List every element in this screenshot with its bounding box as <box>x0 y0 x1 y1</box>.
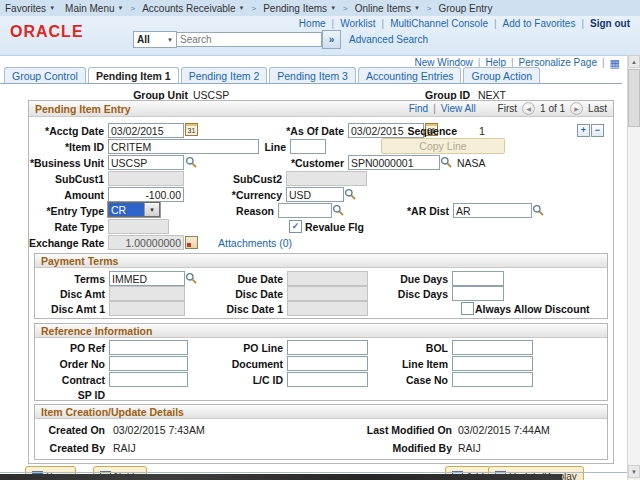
rate-type-label: Rate Type <box>29 221 104 233</box>
line-item-field[interactable] <box>452 356 533 371</box>
form-row: SP ID <box>35 386 607 402</box>
reference-information-header: Reference Information <box>35 324 607 338</box>
disc-date-1-field <box>287 301 368 316</box>
payment-terms-header: Payment Terms <box>35 254 607 268</box>
lookup-icon[interactable] <box>185 156 197 168</box>
scrollbar-thumb[interactable] <box>628 69 640 127</box>
always-allow-discount-label: Always Allow Discount <box>475 303 595 315</box>
due-days-label: Due Days <box>355 273 448 285</box>
form-row: SubCust1 SubCust2 <box>29 170 613 186</box>
lookup-icon[interactable] <box>440 156 452 168</box>
divider <box>0 472 627 473</box>
attachments-link[interactable]: Attachments (0) <box>218 237 292 249</box>
http-window-icon[interactable]: ▦ <box>610 58 620 68</box>
acctg-date-field[interactable] <box>108 123 184 138</box>
find-link[interactable]: Find <box>409 103 428 114</box>
form-row: PO Ref PO Line BOL <box>35 339 607 355</box>
customer-name: NASA <box>457 157 486 169</box>
bol-label: BOL <box>355 342 448 354</box>
tab-group-action[interactable]: Group Action <box>463 67 540 83</box>
breadcrumb-item-accounts-receivable[interactable]: Accounts Receivable▼ <box>137 3 249 14</box>
currency-field[interactable] <box>286 187 344 202</box>
exchange-rate-detail-icon[interactable] <box>185 236 198 249</box>
form-row: Terms Due Date Due Days <box>35 270 607 286</box>
customer-field[interactable] <box>348 155 440 170</box>
form-row: *Entry Type CR ▼ Reason *AR Dist <box>29 202 613 218</box>
case-no-field[interactable] <box>452 372 533 387</box>
chevron-down-icon: ▼ <box>49 5 55 11</box>
window-edge-strip <box>0 474 562 480</box>
as-of-date-label: *As Of Date <box>229 125 344 137</box>
disc-amt-1-field <box>109 301 185 316</box>
bol-field[interactable] <box>452 340 533 355</box>
reason-field[interactable] <box>278 203 332 218</box>
always-allow-discount-checkbox[interactable] <box>461 302 474 315</box>
po-ref-label: PO Ref <box>35 342 105 354</box>
breadcrumb-item-pending-items[interactable]: Pending Items▼ <box>258 3 341 14</box>
contract-field[interactable] <box>109 372 188 387</box>
terms-field[interactable] <box>109 271 185 286</box>
business-unit-field[interactable] <box>108 155 184 170</box>
line-field[interactable] <box>290 139 326 154</box>
reason-label: Reason <box>185 205 274 217</box>
created-on-label: Created On <box>35 424 105 436</box>
po-ref-field[interactable] <box>109 340 188 355</box>
breadcrumb-label: Group Entry <box>439 3 493 14</box>
scroll-up-icon[interactable]: ▲ <box>628 55 640 68</box>
tab-accounting-entries[interactable]: Accounting Entries <box>358 67 462 83</box>
disc-date-label: Disc Date <box>185 288 283 300</box>
breadcrumb-item-main-menu[interactable]: Main Menu▼ <box>60 3 128 14</box>
amount-field[interactable] <box>108 187 184 202</box>
item-creation-box: Item Creation/Update Details Created On … <box>34 404 608 460</box>
breadcrumb-item-group-entry: Group Entry <box>434 3 498 14</box>
disc-days-field[interactable] <box>452 286 504 301</box>
entry-type-select[interactable]: CR ▼ <box>108 202 160 217</box>
breadcrumb-item-online-items[interactable]: Online Items▼ <box>350 3 425 14</box>
form-row: Amount *Currency <box>29 186 613 202</box>
last-modified-on-value: 03/02/2015 7:44AM <box>458 424 550 436</box>
customer-label: *Customer <box>229 157 344 169</box>
pending-item-entry-header: Pending Item Entry Find | View All First… <box>29 101 613 117</box>
entry-type-label: *Entry Type <box>29 205 104 217</box>
breadcrumb-item-favorites[interactable]: Favorites▼ <box>0 3 60 14</box>
chevron-down-icon: ▼ <box>239 5 245 11</box>
home-link[interactable]: Home <box>299 18 326 29</box>
multichannel-console-link[interactable]: MultiChannel Console <box>390 18 488 29</box>
divider: | <box>332 18 335 29</box>
search-scope-value: All <box>137 34 150 45</box>
order-no-field[interactable] <box>109 356 188 371</box>
ar-dist-field[interactable] <box>453 203 532 218</box>
item-id-field[interactable] <box>108 139 259 154</box>
chevron-down-icon: ▼ <box>414 5 420 11</box>
acctg-date-label: *Acctg Date <box>29 125 104 137</box>
revalue-flg-checkbox[interactable]: ✓ <box>289 220 302 233</box>
advanced-search-link[interactable]: Advanced Search <box>349 34 428 45</box>
worklist-link[interactable]: Worklist <box>340 18 375 29</box>
exchange-rate-field <box>108 235 184 250</box>
vertical-scrollbar[interactable]: ▲ ▼ <box>627 55 640 480</box>
lookup-icon[interactable] <box>344 188 356 200</box>
lookup-icon[interactable] <box>332 204 344 216</box>
tab-group-control[interactable]: Group Control <box>4 67 86 83</box>
add-row-icon[interactable]: + <box>577 124 590 137</box>
tab-pending-item-3[interactable]: Pending Item 3 <box>269 67 356 83</box>
tab-pending-item-1[interactable]: Pending Item 1 <box>88 67 179 83</box>
delete-row-icon[interactable]: − <box>591 124 604 137</box>
scroll-down-icon[interactable]: ▼ <box>628 465 640 478</box>
line-item-label: Line Item <box>355 358 448 370</box>
search-input[interactable] <box>177 32 322 47</box>
created-on-value: 03/02/2015 7:43AM <box>113 424 205 436</box>
business-unit-label: *Business Unit <box>29 157 104 169</box>
chevron-down-icon: ▼ <box>167 37 173 43</box>
lookup-icon[interactable] <box>532 204 544 216</box>
search-go-icon[interactable]: » <box>322 30 341 49</box>
add-to-favorites-link[interactable]: Add to Favorites <box>503 18 576 29</box>
oracle-logo: ORACLE <box>10 23 84 41</box>
order-no-label: Order No <box>35 358 105 370</box>
due-days-field[interactable] <box>452 271 504 286</box>
search-scope-select[interactable]: All▼ <box>133 31 177 48</box>
calendar-icon[interactable]: 31 <box>185 123 198 136</box>
view-all-link[interactable]: View All <box>441 103 476 114</box>
tab-pending-item-2[interactable]: Pending Item 2 <box>181 67 268 83</box>
sign-out-link[interactable]: Sign out <box>590 18 630 29</box>
